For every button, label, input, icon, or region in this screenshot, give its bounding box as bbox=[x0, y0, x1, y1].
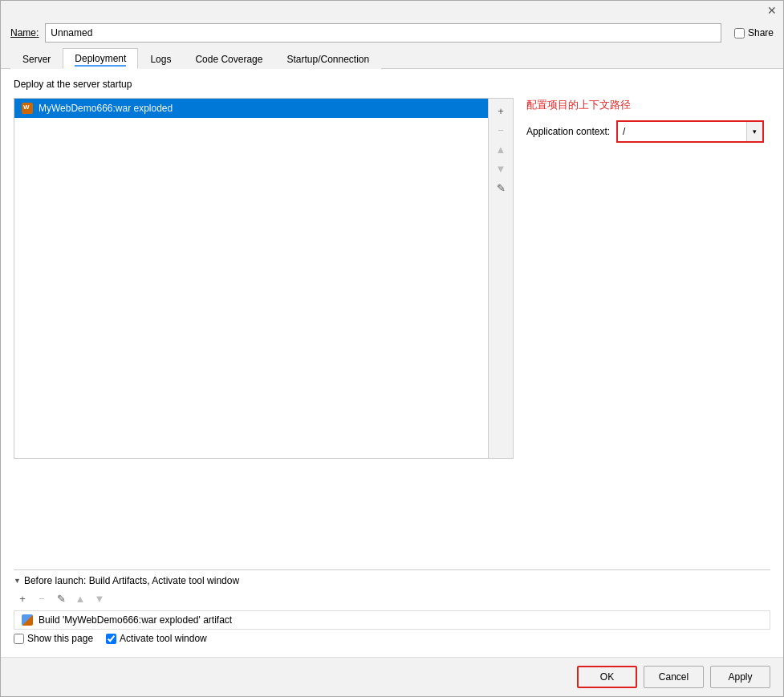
main-content: Deploy at the server startup MyWebDemo66… bbox=[1, 69, 783, 657]
context-label: Application context: bbox=[526, 126, 610, 137]
show-page-checkbox[interactable] bbox=[14, 634, 24, 644]
cancel-button[interactable]: Cancel bbox=[644, 666, 704, 688]
context-dropdown-button[interactable]: ▾ bbox=[746, 122, 762, 141]
activate-tool-checkbox[interactable] bbox=[106, 634, 116, 644]
edit-deploy-button[interactable]: ✎ bbox=[492, 179, 510, 197]
name-label: Name: bbox=[10, 27, 39, 38]
remove-deploy-button[interactable]: − bbox=[492, 121, 510, 139]
share-label: Share bbox=[748, 27, 774, 38]
activate-tool-label: Activate tool window bbox=[120, 633, 207, 644]
deploy-list-item[interactable]: MyWebDemo666:war exploded bbox=[14, 99, 488, 118]
tabs-bar: Server Deployment Logs Code Coverage Sta… bbox=[1, 47, 783, 69]
tab-server[interactable]: Server bbox=[10, 49, 63, 69]
tab-deployment[interactable]: Deployment bbox=[63, 48, 138, 69]
down-deploy-button[interactable]: ▼ bbox=[492, 160, 510, 177]
name-input[interactable] bbox=[45, 23, 721, 43]
up-deploy-button[interactable]: ▲ bbox=[492, 140, 510, 158]
before-launch-header: ▼ Before launch: Build Artifacts, Activa… bbox=[14, 575, 770, 586]
dialog: ✕ Name: Share Server Deployment Logs Cod… bbox=[0, 0, 784, 697]
tab-code-coverage[interactable]: Code Coverage bbox=[183, 49, 274, 69]
horizontal-section: MyWebDemo666:war exploded + − ▲ ▼ ✎ 配置项目… bbox=[14, 98, 770, 558]
collapse-icon[interactable]: ▼ bbox=[14, 577, 21, 585]
ok-button[interactable]: OK bbox=[577, 666, 637, 688]
before-launch-toolbar: + − ✎ ▲ ▼ bbox=[14, 590, 770, 607]
artifact-icon bbox=[21, 102, 34, 115]
close-button[interactable]: ✕ bbox=[766, 4, 778, 17]
apply-button[interactable]: Apply bbox=[710, 666, 770, 688]
tab-startup-connection[interactable]: Startup/Connection bbox=[274, 49, 381, 69]
deploy-list[interactable]: MyWebDemo666:war exploded bbox=[14, 98, 489, 459]
left-panel: MyWebDemo666:war exploded + − ▲ ▼ ✎ bbox=[14, 98, 514, 558]
deploy-section-label: Deploy at the server startup bbox=[14, 79, 770, 90]
before-launch-item[interactable]: Build 'MyWebDemo666:war exploded' artifa… bbox=[14, 610, 770, 630]
context-row: Application context: ▾ bbox=[526, 120, 770, 143]
build-icon bbox=[21, 614, 34, 626]
share-checkbox[interactable] bbox=[734, 28, 745, 38]
bottom-bar: OK Cancel Apply bbox=[1, 657, 783, 696]
share-area: Share bbox=[734, 27, 774, 38]
add-deploy-button[interactable]: + bbox=[492, 102, 510, 120]
context-input[interactable] bbox=[618, 122, 746, 141]
titlebar: ✕ bbox=[1, 1, 783, 18]
right-panel: 配置项目的上下文路径 Application context: ▾ bbox=[514, 98, 770, 558]
context-input-wrap: ▾ bbox=[616, 120, 764, 143]
before-launch-edit-button[interactable]: ✎ bbox=[52, 590, 70, 607]
tab-logs[interactable]: Logs bbox=[138, 49, 183, 69]
before-launch-remove-button[interactable]: − bbox=[33, 590, 51, 607]
deploy-item-name: MyWebDemo666:war exploded bbox=[39, 103, 173, 114]
before-launch-add-button[interactable]: + bbox=[14, 590, 31, 607]
before-launch-down-button[interactable]: ▼ bbox=[91, 590, 108, 607]
before-launch-section: ▼ Before launch: Build Artifacts, Activa… bbox=[14, 569, 770, 647]
name-row: Name: Share bbox=[1, 18, 783, 47]
deploy-sidebar-buttons: + − ▲ ▼ ✎ bbox=[489, 98, 514, 459]
show-page-checkbox-item: Show this page bbox=[14, 633, 93, 644]
deploy-body: MyWebDemo666:war exploded + − ▲ ▼ ✎ bbox=[14, 98, 514, 459]
checkboxes-row: Show this page Activate tool window bbox=[14, 630, 770, 647]
before-launch-up-button[interactable]: ▲ bbox=[71, 590, 89, 607]
before-launch-title: Before launch: Build Artifacts, Activate… bbox=[24, 575, 239, 586]
before-launch-item-name: Build 'MyWebDemo666:war exploded' artifa… bbox=[39, 614, 232, 626]
activate-tool-checkbox-item: Activate tool window bbox=[106, 633, 207, 644]
annotation-text: 配置项目的上下文路径 bbox=[526, 98, 770, 112]
show-page-label: Show this page bbox=[27, 633, 93, 644]
